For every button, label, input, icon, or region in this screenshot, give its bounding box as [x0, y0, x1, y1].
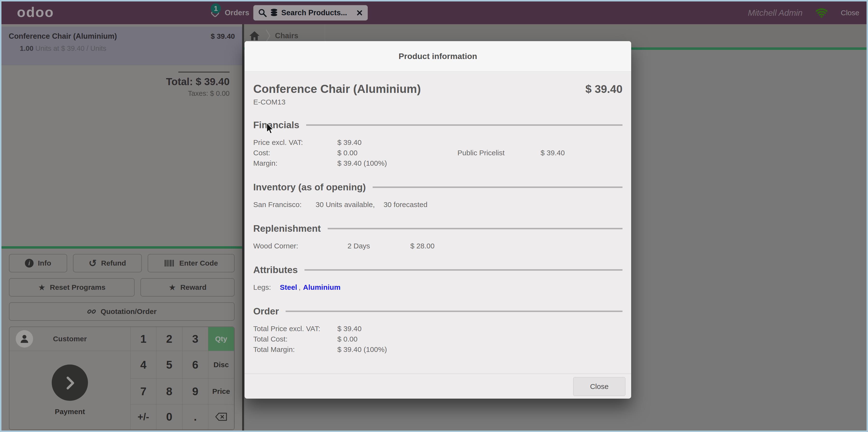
product-name: Conference Chair (Aluminium) — [253, 82, 421, 95]
section-attributes: Attributes — [253, 265, 622, 275]
section-financials: Financials — [253, 120, 622, 131]
product-price: $ 39.40 — [586, 83, 622, 95]
attribute-link-steel[interactable]: Steel — [280, 282, 297, 292]
section-replenishment: Replenishment — [253, 223, 622, 234]
modal-footer: Close — [245, 373, 631, 399]
pos-screen: odoo 1 Orders — [0, 0, 868, 432]
attribute-link-aluminium[interactable]: Aluminium — [303, 282, 340, 292]
product-code: E-COM13 — [253, 98, 622, 106]
replenishment-row: Wood Corner: 2 Days $ 28.00 — [253, 241, 622, 251]
pricelist-row: Public Pricelist $ 39.40 — [458, 148, 565, 158]
modal-body: Conference Chair (Aluminium) $ 39.40 E-C… — [245, 71, 631, 373]
modal-title: Product information — [245, 41, 631, 71]
attributes-row: Legs: Steel , Aluminium — [253, 282, 622, 292]
order-rows: Total Price excl. VAT:$ 39.40 Total Cost… — [253, 323, 622, 354]
inventory-row: San Francisco: 30 Units available, 30 fo… — [253, 199, 622, 210]
financials-rows: Price excl. VAT:$ 39.40 Cost:$ 0.00 Marg… — [253, 137, 622, 168]
section-inventory: Inventory (as of opening) — [253, 182, 622, 193]
modal-close-button[interactable]: Close — [573, 377, 625, 396]
section-order: Order — [253, 306, 622, 317]
product-information-modal: Product information Conference Chair (Al… — [245, 41, 631, 399]
